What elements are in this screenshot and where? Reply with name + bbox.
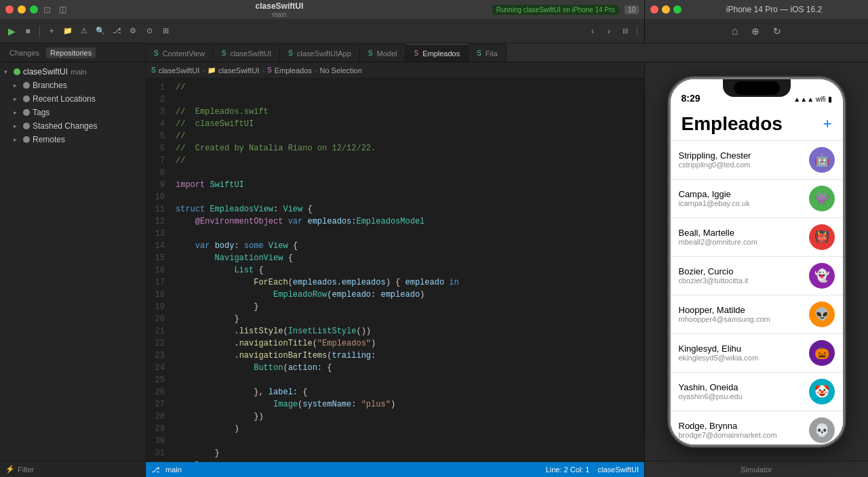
editor-tabs: S ContentView S claseSwiftUI S claseSwif… — [146, 43, 868, 62]
ios-list-item[interactable]: Hoopper, Matildemhoopper4@samsung.com👽 — [671, 295, 843, 334]
line-num-26: 26 — [146, 386, 173, 398]
stop-button[interactable]: ■ — [20, 24, 35, 39]
line-content-25 — [173, 374, 176, 386]
ios-list-item[interactable]: Kinglesyd, Elihuekinglesyd5@wikia.com🎃 — [671, 334, 843, 373]
simulator-footer-label: Simulator — [741, 465, 772, 474]
breadcrumb-item-4[interactable]: No Selection — [319, 66, 361, 75]
sidebar-tree: ▾ claseSwiftUI main ▸ Branches ▸ Recent … — [0, 62, 145, 461]
breadcrumb-icon-2: 📁 — [208, 66, 216, 74]
activity-badge: 10 — [625, 5, 639, 14]
simulator-toolbar-area: ⌂ ⊕ ↻ — [644, 19, 868, 43]
tab-icon-model: S — [368, 49, 373, 57]
forward-nav-btn[interactable]: › — [601, 24, 616, 39]
box-btn[interactable]: ⊞ — [158, 24, 173, 39]
tab-claseswiftuiapp[interactable]: S claseSwiftUIApp — [280, 44, 360, 62]
code-line-8: 8 — [146, 167, 644, 179]
back-nav-btn[interactable]: ‹ — [585, 24, 600, 39]
filter-label[interactable]: Filter — [18, 465, 34, 474]
tree-item-remotes[interactable]: ▸ Remotes — [0, 133, 145, 146]
sim-close-button[interactable] — [650, 5, 658, 14]
branches-dot — [23, 82, 30, 89]
tab-model[interactable]: S Model — [360, 44, 406, 62]
code-line-27: 27 Image(systemName: "plus") — [146, 398, 644, 411]
minimize-button[interactable] — [18, 5, 26, 14]
breakpoint-btn[interactable]: ⊙ — [142, 24, 157, 39]
ios-employee-list: Strippling, Chestercstrippling0@ted.com🤖… — [671, 141, 843, 444]
ios-list-item[interactable]: Rodge, Brynnabrodge7@domainmarket.com💀 — [671, 411, 843, 444]
employee-name: Kinglesyd, Elihu — [679, 344, 802, 354]
warning-btn[interactable]: ⚠ — [77, 24, 92, 39]
line-num-4: 4 — [146, 118, 173, 130]
close-button[interactable] — [5, 5, 14, 14]
run-status-text: Running claseSwiftUI on iPhone 14 Pro — [496, 6, 615, 14]
line-content-14: var body: some View { — [173, 240, 298, 252]
toolbar-sep-1 — [39, 26, 40, 37]
tab-fila[interactable]: S Fila — [469, 44, 506, 62]
ios-plus-btn[interactable]: + — [823, 115, 832, 133]
search-btn[interactable]: 🔍 — [93, 24, 108, 39]
employee-avatar: 👾 — [809, 186, 835, 211]
folder-btn[interactable]: 📁 — [60, 24, 75, 39]
code-line-14: 14 var body: some View { — [146, 240, 644, 252]
code-line-20: 20 } — [146, 313, 644, 325]
run-button[interactable]: ▶ — [4, 24, 19, 39]
ios-list-item[interactable]: Strippling, Chestercstrippling0@ted.com🤖 — [671, 141, 843, 180]
repositories-tab[interactable]: Repositories — [46, 47, 96, 58]
changes-tab[interactable]: Changes — [5, 47, 43, 58]
employee-email: ekinglesyd5@wikia.com — [679, 354, 802, 362]
branches-chevron-icon: ▸ — [14, 82, 22, 89]
sim-rotate-btn[interactable]: ↻ — [773, 26, 781, 37]
tab-claseswiftui[interactable]: S claseSwiftUI — [214, 44, 280, 62]
status-filename: claseSwiftUI — [597, 465, 639, 474]
code-line-31: 31 } — [146, 447, 644, 459]
simulator-title: iPhone 14 Pro — iOS 16.2 — [686, 5, 863, 14]
tab-contentview[interactable]: S ContentView — [146, 44, 214, 62]
git-btn[interactable]: ⎇ — [109, 24, 124, 39]
branch-name: main — [272, 11, 287, 18]
line-content-1: // — [173, 81, 185, 94]
employee-name: Rodge, Brynna — [679, 421, 802, 431]
line-content-26: }, label: { — [173, 386, 307, 398]
tab-icon-claseswiftuiapp: S — [288, 49, 293, 57]
line-content-20: } — [173, 313, 239, 325]
simulator-title-bar: iPhone 14 Pro — iOS 16.2 — [644, 0, 868, 19]
tree-item-tags[interactable]: ▸ Tags — [0, 106, 145, 119]
sim-maximize-button[interactable] — [673, 5, 682, 14]
editor-pane: S claseSwiftUI › 📁 claseSwiftUI › S Empl… — [146, 62, 644, 477]
nav3-btn[interactable]: ⊟ — [618, 24, 633, 39]
add-file-button[interactable]: + — [44, 24, 59, 39]
tree-item-branches[interactable]: ▸ Branches — [0, 79, 145, 92]
status-line-info: Line: 2 Col: 1 — [546, 465, 590, 474]
code-line-1: 1 // — [146, 81, 644, 94]
code-line-3: 3 // Empleados.swift — [146, 106, 644, 118]
window-controls-expand[interactable]: ⊡ — [43, 5, 51, 15]
sidebar-toggle[interactable]: ◫ — [59, 5, 66, 14]
tree-item-stashed-changes[interactable]: ▸ Stashed Changes — [0, 119, 145, 133]
ios-list-item[interactable]: Bozier, Curciocbozier3@tuttocitta.it👻 — [671, 257, 843, 295]
employee-name: Beall, Martelle — [679, 228, 802, 238]
line-content-18: EmpleadoRow(empleado: empleado) — [173, 289, 425, 301]
root-branch: main — [71, 68, 87, 76]
breadcrumb: S claseSwiftUI › 📁 claseSwiftUI › S Empl… — [146, 62, 644, 79]
code-editor[interactable]: 1 // 2 3 // Empleados.swift 4 // claseSw… — [146, 79, 644, 462]
debug-btn[interactable]: ⚙ — [125, 24, 140, 39]
sim-minimize-button[interactable] — [662, 5, 670, 14]
line-num-5: 5 — [146, 130, 173, 142]
maximize-button[interactable] — [30, 5, 38, 14]
tree-root-item[interactable]: ▾ claseSwiftUI main — [0, 65, 145, 79]
ios-list-item[interactable]: Yashin, Oneidaoyashin6@psu.edu🤡 — [671, 373, 843, 411]
sim-home-btn[interactable]: ⌂ — [732, 25, 738, 37]
tree-item-recent-locations[interactable]: ▸ Recent Locations — [0, 92, 145, 106]
breadcrumb-item-2[interactable]: claseSwiftUI — [218, 66, 260, 75]
tab-empleados[interactable]: S Empleados — [406, 44, 469, 62]
line-num-14: 14 — [146, 240, 173, 252]
line-content-8 — [173, 167, 176, 179]
breadcrumb-item-3[interactable]: Empleados — [275, 66, 312, 75]
code-line-19: 19 } — [146, 301, 644, 313]
sim-screenshot-btn[interactable]: ⊕ — [751, 26, 760, 37]
line-num-12: 12 — [146, 215, 173, 228]
ios-list-item[interactable]: Beall, Martellembeall2@omniture.com👹 — [671, 218, 843, 257]
line-num-28: 28 — [146, 411, 173, 423]
ios-list-item[interactable]: Campa, Iggieicampa1@ebay.co.uk👾 — [671, 180, 843, 218]
breadcrumb-item-1[interactable]: claseSwiftUI — [159, 66, 200, 75]
